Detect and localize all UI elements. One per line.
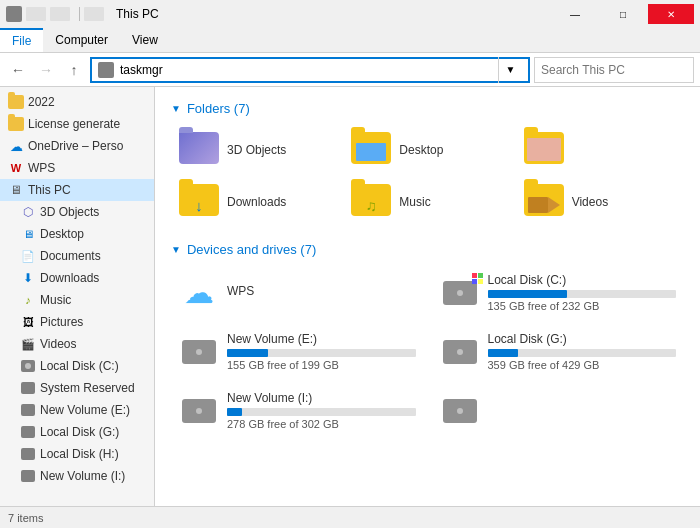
folder-name: Downloads <box>227 195 286 209</box>
chevron-down-icon: ▼ <box>171 244 181 255</box>
up-button[interactable]: ↑ <box>62 58 86 82</box>
device-item-localc[interactable]: Local Disk (C:) 135 GB free of 232 GB <box>432 267 685 318</box>
devices-section-header[interactable]: ▼ Devices and drives (7) <box>171 242 684 257</box>
drive-bar-fill <box>488 349 518 357</box>
sidebar-item-wps[interactable]: W WPS <box>0 157 154 179</box>
wps-icon: W <box>8 160 24 176</box>
drive-icon <box>20 358 36 374</box>
device-space: 155 GB free of 199 GB <box>227 359 416 371</box>
sidebar-item-systemres[interactable]: System Reserved <box>0 377 154 399</box>
sidebar-item-label: Videos <box>40 337 76 351</box>
sidebar-item-label: Documents <box>40 249 101 263</box>
device-item-newi[interactable]: New Volume (I:) 278 GB free of 302 GB <box>171 385 424 436</box>
sidebar-item-label: New Volume (E:) <box>40 403 130 417</box>
device-name: New Volume (E:) <box>227 332 416 346</box>
device-info-wps: WPS <box>227 284 416 301</box>
folder-name: Desktop <box>399 143 443 157</box>
sidebar-item-localc[interactable]: Local Disk (C:) <box>0 355 154 377</box>
folder-3d-icon <box>179 132 219 168</box>
drive-icon <box>20 380 36 396</box>
sidebar-item-label: WPS <box>28 161 55 175</box>
folders-section-label: Folders (7) <box>187 101 250 116</box>
close-button[interactable]: ✕ <box>648 4 694 24</box>
drive-icon <box>20 468 36 484</box>
search-input[interactable] <box>534 57 694 83</box>
sidebar-item-label: This PC <box>28 183 71 197</box>
folder-item-desktop[interactable]: Desktop <box>343 126 511 174</box>
device-item-localg[interactable]: Local Disk (G:) 359 GB free of 429 GB <box>432 326 685 377</box>
sidebar-item-localh[interactable]: Local Disk (H:) <box>0 443 154 465</box>
status-count: 7 items <box>8 512 43 524</box>
sidebar-item-3dobjects[interactable]: ⬡ 3D Objects <box>0 201 154 223</box>
3d-icon: ⬡ <box>20 204 36 220</box>
sidebar-item-label: Downloads <box>40 271 99 285</box>
videos-icon: 🎬 <box>20 336 36 352</box>
folder-item-extra1[interactable] <box>516 126 684 174</box>
device-item-newe[interactable]: New Volume (E:) 155 GB free of 199 GB <box>171 326 424 377</box>
drive-bar-fill <box>488 290 567 298</box>
pc-icon: 🖥 <box>8 182 24 198</box>
sidebar-item-music[interactable]: ♪ Music <box>0 289 154 311</box>
folder-item-downloads[interactable]: ↓ Downloads <box>171 178 339 226</box>
drive-bar-bg <box>227 349 416 357</box>
device-name: New Volume (I:) <box>227 391 416 405</box>
downloads-icon: ⬇ <box>20 270 36 286</box>
folder-name: 3D Objects <box>227 143 286 157</box>
title-bar: This PC — □ ✕ <box>0 0 700 28</box>
address-box[interactable]: taskmgr ▼ <box>90 57 530 83</box>
sidebar-item-label: Local Disk (C:) <box>40 359 119 373</box>
drive-bar-bg <box>488 349 677 357</box>
address-dropdown-button[interactable]: ▼ <box>498 57 522 83</box>
sidebar-item-label: New Volume (I:) <box>40 469 125 483</box>
back-button[interactable]: ← <box>6 58 30 82</box>
sidebar-item-onedrive[interactable]: ☁ OneDrive – Perso <box>0 135 154 157</box>
folder-icon <box>8 116 24 132</box>
ribbon-tabs: File Computer View <box>0 28 700 52</box>
drive-icon <box>440 393 480 429</box>
sidebar-item-videos[interactable]: 🎬 Videos <box>0 333 154 355</box>
folder-extra-icon <box>524 132 564 168</box>
folder-item-music[interactable]: ♫ Music <box>343 178 511 226</box>
sidebar-item-newe[interactable]: New Volume (E:) <box>0 399 154 421</box>
drive-icon <box>20 424 36 440</box>
toolbar-icon3 <box>84 7 104 21</box>
sidebar-item-2022[interactable]: 2022 <box>0 91 154 113</box>
tab-file[interactable]: File <box>0 28 43 52</box>
device-info-localg: Local Disk (G:) 359 GB free of 429 GB <box>488 332 677 371</box>
sidebar-item-label: System Reserved <box>40 381 135 395</box>
minimize-button[interactable]: — <box>552 4 598 24</box>
folder-item-3dobjects[interactable]: 3D Objects <box>171 126 339 174</box>
desktop-icon: 🖥 <box>20 226 36 242</box>
tab-view[interactable]: View <box>120 28 170 52</box>
sidebar-item-label: Music <box>40 293 71 307</box>
forward-button[interactable]: → <box>34 58 58 82</box>
sidebar-item-label: Desktop <box>40 227 84 241</box>
sidebar-item-desktop[interactable]: 🖥 Desktop <box>0 223 154 245</box>
folders-section-header[interactable]: ▼ Folders (7) <box>171 101 684 116</box>
drive-icon <box>179 393 219 429</box>
device-item-wps[interactable]: ☁ WPS <box>171 267 424 318</box>
music-icon: ♪ <box>20 292 36 308</box>
sidebar-item-newi[interactable]: New Volume (I:) <box>0 465 154 487</box>
device-name: Local Disk (C:) <box>488 273 677 287</box>
sidebar-item-pictures[interactable]: 🖼 Pictures <box>0 311 154 333</box>
window-controls[interactable]: — □ ✕ <box>552 4 694 24</box>
folder-name: Videos <box>572 195 608 209</box>
device-item-extra[interactable] <box>432 385 685 436</box>
sidebar-item-label: 3D Objects <box>40 205 99 219</box>
sidebar-item-thispc[interactable]: 🖥 This PC <box>0 179 154 201</box>
toolbar-icon2 <box>50 7 70 21</box>
folders-grid: 3D Objects Desktop <box>171 126 684 226</box>
device-name: Local Disk (G:) <box>488 332 677 346</box>
sidebar-item-license[interactable]: License generate <box>0 113 154 135</box>
folder-item-videos[interactable]: Videos <box>516 178 684 226</box>
tab-computer[interactable]: Computer <box>43 28 120 52</box>
documents-icon: 📄 <box>20 248 36 264</box>
sidebar-item-documents[interactable]: 📄 Documents <box>0 245 154 267</box>
sidebar-item-localg[interactable]: Local Disk (G:) <box>0 421 154 443</box>
device-info-newe: New Volume (E:) 155 GB free of 199 GB <box>227 332 416 371</box>
sidebar-item-downloads[interactable]: ⬇ Downloads <box>0 267 154 289</box>
device-space: 135 GB free of 232 GB <box>488 300 677 312</box>
status-bar: 7 items <box>0 506 700 528</box>
maximize-button[interactable]: □ <box>600 4 646 24</box>
